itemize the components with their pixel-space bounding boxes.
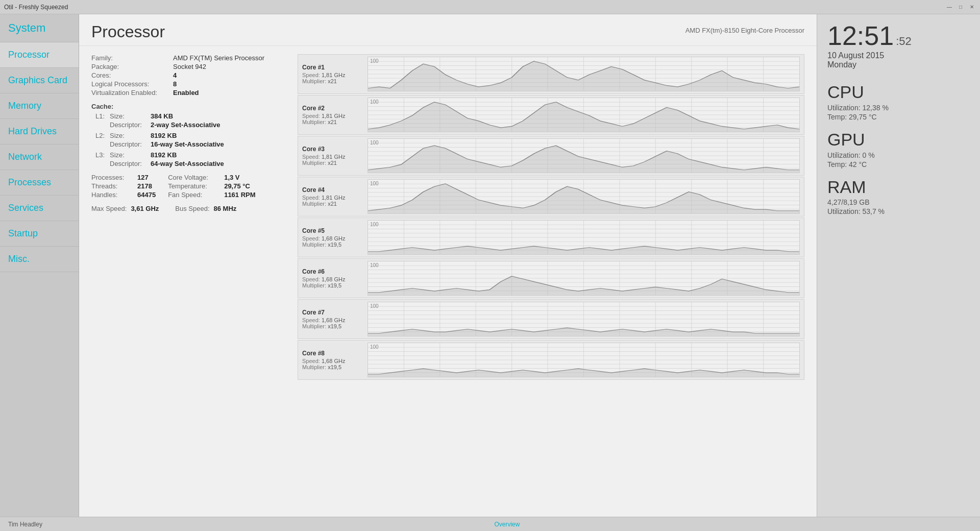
package-value: Socket 942 [173, 63, 206, 70]
cache-title: Cache: [91, 103, 285, 110]
l3-desc-label: Descriptor: [110, 160, 151, 167]
content-body: Family: AMD FX(TM) Series Processor Pack… [79, 46, 817, 517]
footer-user: Tim Headley [8, 521, 42, 528]
l2-desc-value: 16-way Set-Associative [151, 140, 224, 148]
cpu-temp: Temp: 29,75 °C [827, 113, 970, 121]
gpu-utilization: Utilization: 0 % [827, 151, 970, 159]
logical-label: Logical Processors: [91, 80, 173, 88]
logical-value: 8 [173, 80, 177, 88]
core-row: Core #7 Speed: 1,68 GHz Multiplier: x19,… [298, 299, 804, 339]
family-label: Family: [91, 54, 173, 62]
graph-label: 100 [370, 222, 379, 227]
clock-display: 12:51:52 10 August 2015 Monday [827, 22, 970, 69]
core-name: Core #1 [302, 64, 363, 71]
graph-label: 100 [370, 58, 379, 64]
package-label: Package: [91, 63, 173, 70]
virt-label: Virtualization Enabled: [91, 89, 173, 96]
sidebar-item-misc[interactable]: Misc. [0, 247, 79, 272]
core-graph: 100 [368, 302, 800, 336]
graph-label: 100 [370, 262, 379, 268]
handles-value: 64475 [137, 191, 156, 199]
window-title: Otil - Freshly Squeezed [4, 4, 68, 11]
l1-size-value: 384 KB [151, 112, 173, 120]
time-seconds: :52 [896, 36, 912, 47]
sidebar-item-memory[interactable]: Memory [0, 93, 79, 119]
core-graph: 100 [368, 138, 800, 173]
main-layout: System Processor Graphics Card Memory Ha… [0, 14, 980, 517]
family-value: AMD FX(TM) Series Processor [173, 54, 264, 62]
graph-label: 100 [370, 181, 379, 186]
close-button[interactable]: ✕ [968, 3, 976, 11]
clock-time: 12:51:52 [827, 22, 970, 49]
graph-label: 100 [370, 344, 379, 350]
sidebar-item-services[interactable]: Services [0, 196, 79, 221]
sidebar-item-startup[interactable]: Startup [0, 221, 79, 247]
cores-value: 4 [173, 71, 177, 79]
main-content: Processor AMD FX(tm)-8150 Eight-Core Pro… [79, 14, 817, 517]
core-name: Core #3 [302, 146, 363, 153]
ram-section: RAM 4,27/8,19 GB Utilization: 53,7 % [827, 177, 970, 216]
clock-day: Monday [827, 60, 970, 69]
gpu-temp: Temp: 42 °C [827, 160, 970, 168]
l1-desc-label: Descriptor: [110, 121, 151, 129]
info-panel: Family: AMD FX(TM) Series Processor Pack… [91, 54, 285, 509]
content-header: Processor AMD FX(tm)-8150 Eight-Core Pro… [79, 14, 817, 46]
core-name: Core #5 [302, 227, 363, 234]
core-graph: 100 [368, 220, 800, 255]
fan-speed-value: 1161 RPM [224, 191, 255, 199]
core-name: Core #2 [302, 105, 363, 112]
maximize-button[interactable]: □ [957, 3, 965, 11]
l1-size-label: Size: [110, 112, 151, 120]
core-voltage-label: Core Voltage: [168, 174, 224, 181]
temperature-label: Temperature: [168, 182, 224, 190]
cpu-utilization: Utilization: 12,38 % [827, 104, 970, 112]
core-row: Core #5 Speed: 1,68 GHz Multiplier: x19,… [298, 218, 804, 257]
cpu-title: CPU [827, 82, 970, 103]
clock-date: 10 August 2015 [827, 51, 970, 60]
core-row: Core #3 Speed: 1,81 GHz Multiplier: x21 … [298, 136, 804, 176]
time-main: 12:51 [827, 22, 894, 49]
graph-label: 100 [370, 140, 379, 146]
core-row: Core #4 Speed: 1,81 GHz Multiplier: x21 … [298, 177, 804, 216]
sidebar-item-processes[interactable]: Processes [0, 170, 79, 196]
core-row: Core #1 Speed: 1,81 GHz Multiplier: x21 … [298, 54, 804, 94]
threads-value: 2178 [137, 182, 152, 190]
l2-size-value: 8192 KB [151, 132, 177, 139]
core-graph: 100 [368, 343, 800, 377]
core-graph: 100 [368, 98, 800, 132]
processor-model: AMD FX(tm)-8150 Eight-Core Processor [685, 27, 804, 34]
sidebar-item-network[interactable]: Network [0, 144, 79, 170]
bus-speed-label: Bus Speed: [175, 205, 209, 212]
processes-value: 127 [137, 174, 149, 181]
titlebar: Otil - Freshly Squeezed — □ ✕ [0, 0, 980, 14]
ram-utilization: Utilization: 53,7 % [827, 207, 970, 215]
right-panel: 12:51:52 10 August 2015 Monday CPU Utili… [817, 14, 980, 517]
l3-size-label: Size: [110, 151, 151, 159]
cores-panel: Core #1 Speed: 1,81 GHz Multiplier: x21 … [298, 54, 804, 509]
core-name: Core #4 [302, 186, 363, 194]
sidebar: System Processor Graphics Card Memory Ha… [0, 14, 79, 517]
virt-value: Enabled [173, 89, 199, 96]
max-speed-label: Max Speed: [91, 205, 127, 212]
footer-overview[interactable]: Overview [494, 521, 520, 528]
sidebar-item-graphics-card[interactable]: Graphics Card [0, 68, 79, 93]
core-row: Core #8 Speed: 1,68 GHz Multiplier: x19,… [298, 340, 804, 380]
window-controls: — □ ✕ [945, 3, 976, 11]
max-speed-value: 3,61 GHz [131, 205, 159, 212]
core-name: Core #6 [302, 268, 363, 275]
ram-amount: 4,27/8,19 GB [827, 198, 970, 206]
core-graph: 100 [368, 57, 800, 91]
sidebar-item-system[interactable]: System [0, 14, 79, 42]
l3-size-value: 8192 KB [151, 151, 177, 159]
sidebar-item-hard-drives[interactable]: Hard Drives [0, 119, 79, 144]
core-row: Core #2 Speed: 1,81 GHz Multiplier: x21 … [298, 95, 804, 135]
l2-size-label: Size: [110, 132, 151, 139]
footer: Tim Headley Overview [0, 517, 980, 531]
processes-label: Processes: [91, 174, 137, 181]
handles-label: Handles: [91, 191, 137, 199]
minimize-button[interactable]: — [945, 3, 953, 11]
l2-desc-label: Descriptor: [110, 140, 151, 148]
graph-label: 100 [370, 303, 379, 309]
sidebar-item-processor[interactable]: Processor [0, 42, 79, 68]
gpu-title: GPU [827, 129, 970, 150]
